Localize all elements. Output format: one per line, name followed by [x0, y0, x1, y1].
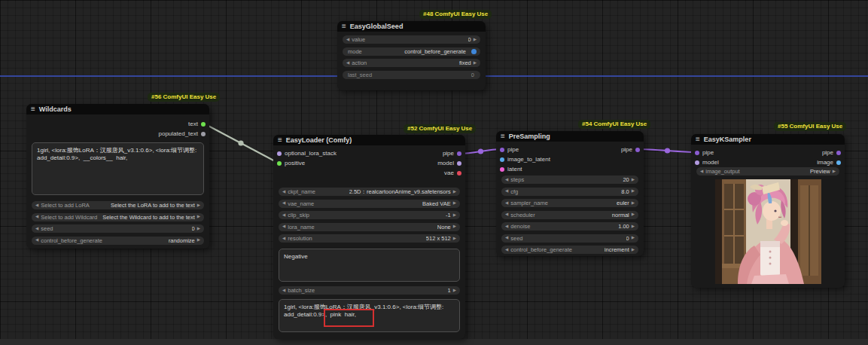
- menu-icon[interactable]: ≡: [31, 105, 35, 113]
- combo-right-arrow-icon[interactable]: ▶: [632, 236, 635, 240]
- combo-left-arrow-icon[interactable]: ◀: [35, 238, 38, 243]
- combo-left-arrow-icon[interactable]: ◀: [505, 178, 508, 182]
- combo-right-arrow-icon[interactable]: ▶: [632, 212, 635, 217]
- widget-sampler-name[interactable]: ◀sampler_nameeuler▶: [501, 199, 638, 207]
- combo-left-arrow-icon[interactable]: ◀: [35, 215, 38, 219]
- combo-left-arrow-icon[interactable]: ◀: [282, 224, 285, 229]
- node-titlebar[interactable]: ≡Wildcards: [26, 104, 209, 114]
- combo-left-arrow-icon[interactable]: ◀: [282, 237, 285, 241]
- combo-right-arrow-icon[interactable]: ▶: [453, 237, 456, 241]
- output-slot-model[interactable]: model: [437, 160, 461, 166]
- combo-left-arrow-icon[interactable]: ◀: [700, 169, 703, 174]
- input-slot-latent[interactable]: latent: [500, 166, 522, 172]
- combo-left-arrow-icon[interactable]: ◀: [505, 212, 508, 217]
- widget-mode[interactable]: modecontrol_before_generate: [343, 47, 480, 56]
- combo-right-arrow-icon[interactable]: ▶: [453, 289, 456, 293]
- combo-right-arrow-icon[interactable]: ▶: [833, 169, 836, 174]
- output-port-icon[interactable]: [457, 161, 461, 166]
- node-graph-canvas[interactable]: #48 ComfyUI Easy Use≡EasyGlobalSeed◀valu…: [0, 0, 868, 345]
- combo-left-arrow-icon[interactable]: ◀: [346, 38, 349, 42]
- input-slot-positive[interactable]: positive: [277, 160, 305, 166]
- widget-image-output[interactable]: ◀image_outputPreview▶: [696, 167, 839, 176]
- combo-right-arrow-icon[interactable]: ▶: [474, 38, 477, 42]
- widget-scheduler[interactable]: ◀schedulernormal▶: [501, 211, 638, 219]
- node-titlebar[interactable]: ≡EasyLoader (Comfy): [273, 135, 465, 145]
- output-slot-pipe[interactable]: pipe: [443, 150, 461, 157]
- node-easyglobalseed[interactable]: ≡EasyGlobalSeed◀value0▶modecontrol_befor…: [337, 21, 486, 90]
- combo-left-arrow-icon[interactable]: ◀: [282, 213, 285, 218]
- combo-right-arrow-icon[interactable]: ▶: [632, 189, 635, 194]
- toggle-indicator-icon[interactable]: [471, 49, 477, 54]
- widget-control-before-generate[interactable]: ◀control_before_generateincrement▶: [501, 246, 638, 254]
- output-port-icon[interactable]: [201, 122, 206, 127]
- input-port-icon[interactable]: [500, 157, 504, 162]
- output-port-icon[interactable]: [836, 160, 841, 165]
- input-port-icon[interactable]: [695, 151, 699, 155]
- widget-steps[interactable]: ◀steps20▶: [501, 176, 638, 184]
- prompt-textarea[interactable]: 1girl, <lora:服饰LoRA：汉服唐风_v3.1:0.6>, <lor…: [279, 299, 460, 332]
- combo-right-arrow-icon[interactable]: ▶: [453, 224, 456, 229]
- input-slot-optional-lora-stack[interactable]: optional_lora_stack: [277, 150, 337, 157]
- node-titlebar[interactable]: ≡EasyGlobalSeed: [337, 21, 486, 32]
- widget-lora-name[interactable]: ◀lora_nameNone▶: [279, 223, 460, 231]
- combo-left-arrow-icon[interactable]: ◀: [505, 189, 508, 194]
- output-slot-pipe[interactable]: pipe: [822, 149, 841, 156]
- combo-right-arrow-icon[interactable]: ▶: [197, 227, 200, 231]
- input-port-icon[interactable]: [500, 167, 504, 172]
- combo-right-arrow-icon[interactable]: ▶: [453, 201, 456, 206]
- widget-seed[interactable]: ◀seed0▶: [501, 234, 638, 243]
- widget-select-to-add-lora[interactable]: ◀Select to add LoRASelect the LoRA to ad…: [32, 201, 204, 209]
- widget-select-to-add-wildcard[interactable]: ◀Select to add WildcardSelect the Wildca…: [32, 213, 204, 221]
- combo-left-arrow-icon[interactable]: ◀: [35, 227, 38, 231]
- combo-right-arrow-icon[interactable]: ▶: [197, 238, 200, 243]
- combo-left-arrow-icon[interactable]: ◀: [505, 201, 508, 206]
- input-port-icon[interactable]: [277, 151, 282, 156]
- combo-left-arrow-icon[interactable]: ◀: [346, 61, 349, 66]
- node-easyloader-comfy[interactable]: ≡EasyLoader (Comfy)optional_lora_stackpi…: [273, 135, 465, 339]
- combo-left-arrow-icon[interactable]: ◀: [505, 224, 508, 229]
- node-presampling[interactable]: ≡PreSamplingpipepipeimage_to_latentlaten…: [496, 131, 644, 256]
- input-port-icon[interactable]: [695, 160, 699, 165]
- widget-seed[interactable]: ◀seed0▶: [32, 224, 204, 233]
- output-slot-pipe[interactable]: pipe: [621, 146, 640, 153]
- input-port-icon[interactable]: [277, 161, 282, 166]
- widget-cfg[interactable]: ◀cfg8.0▶: [501, 188, 638, 196]
- node-titlebar[interactable]: ≡EasyKSampler: [691, 134, 845, 145]
- combo-left-arrow-icon[interactable]: ◀: [282, 190, 285, 194]
- widget-action[interactable]: ◀actionfixed▶: [343, 59, 480, 67]
- menu-icon[interactable]: ≡: [342, 23, 346, 30]
- combo-right-arrow-icon[interactable]: ▶: [453, 190, 456, 194]
- combo-right-arrow-icon[interactable]: ▶: [632, 178, 635, 182]
- widget-denoise[interactable]: ◀denoise1.00▶: [501, 222, 638, 231]
- widget-vae-name[interactable]: ◀vae_nameBaked VAE▶: [279, 200, 460, 208]
- input-slot-image-to-latent[interactable]: image_to_latent: [500, 156, 550, 163]
- node-titlebar[interactable]: ≡PreSampling: [496, 131, 644, 142]
- widget-batch-size[interactable]: ◀batch_size1▶: [279, 286, 460, 295]
- input-port-icon[interactable]: [500, 148, 504, 152]
- input-slot-pipe[interactable]: pipe: [500, 146, 519, 153]
- input-slot-pipe[interactable]: pipe: [695, 149, 714, 156]
- output-slot-vae[interactable]: vae: [444, 169, 461, 176]
- combo-left-arrow-icon[interactable]: ◀: [282, 201, 285, 206]
- combo-right-arrow-icon[interactable]: ▶: [632, 201, 635, 206]
- output-port-icon[interactable]: [457, 151, 461, 156]
- widget-ckpt-name[interactable]: ◀ckpt_name2.5D：realcartoonAnime_v9.safet…: [279, 188, 460, 196]
- menu-icon[interactable]: ≡: [501, 133, 505, 140]
- combo-left-arrow-icon[interactable]: ◀: [505, 236, 508, 240]
- input-slot-model[interactable]: model: [695, 159, 719, 166]
- widget-resolution[interactable]: ◀resolution512 x 512▶: [279, 234, 460, 243]
- widget-control-before-generate[interactable]: ◀control_before_generaterandomize▶: [32, 237, 204, 245]
- output-port-icon[interactable]: [635, 148, 640, 152]
- node-easyksampler[interactable]: ≡EasyKSamplerpipepipemodelimage◀image_ou…: [691, 134, 845, 288]
- combo-left-arrow-icon[interactable]: ◀: [282, 289, 285, 293]
- combo-right-arrow-icon[interactable]: ▶: [197, 203, 200, 208]
- prompt-textarea[interactable]: 1girl, <lora:服饰LoRA：汉服唐风_v3.1:0.6>, <lor…: [32, 142, 204, 195]
- output-slot-populated-text[interactable]: populated_text: [159, 130, 206, 137]
- combo-right-arrow-icon[interactable]: ▶: [453, 213, 456, 218]
- combo-right-arrow-icon[interactable]: ▶: [632, 248, 635, 252]
- output-port-icon[interactable]: [836, 151, 841, 155]
- output-slot-image[interactable]: image: [817, 159, 841, 166]
- output-port-icon[interactable]: [201, 132, 206, 136]
- output-slot-text[interactable]: text: [188, 121, 206, 127]
- combo-right-arrow-icon[interactable]: ▶: [474, 61, 477, 66]
